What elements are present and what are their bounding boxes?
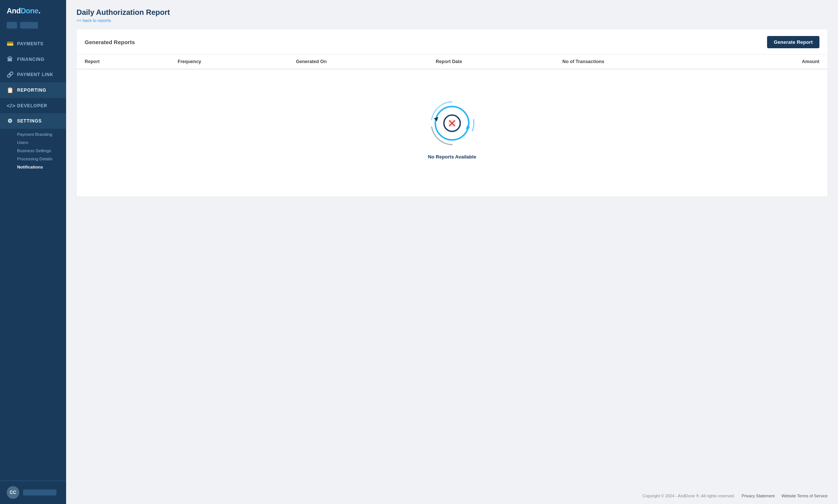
privacy-link[interactable]: Privacy Statement [741,494,774,498]
generate-report-button[interactable]: Generate Report [767,36,819,48]
table-header-row: Report Frequency Generated On Report Dat… [77,55,828,69]
logo: AndDone. [0,0,66,20]
page-header: Daily Authorization Report << back to re… [66,0,838,29]
content-card: Generated Reports Generate Report Report… [77,29,828,197]
col-report-date: Report Date [428,55,554,69]
sidebar-label-settings: SETTINGS [17,118,42,124]
page-title: Daily Authorization Report [77,8,828,17]
sidebar-label-reporting: REPORTING [17,88,46,93]
section-title: Generated Reports [85,39,135,45]
main-nav: 💳 PAYMENTS 🏛 FINANCING 🔗 PAYMENT LINK 📋 … [0,35,66,481]
table-wrapper: Report Frequency Generated On Report Dat… [77,54,828,197]
sidebar-label-payment-link: PAYMENT LINK [17,72,53,77]
empty-state: No Reports Available [77,69,828,197]
sidebar-item-notifications[interactable]: Notifications [17,163,66,171]
no-reports-icon [428,99,476,147]
col-transactions: No of Transactions [554,55,727,69]
reports-table: Report Frequency Generated On Report Dat… [77,55,828,69]
avatar: CC [7,486,19,499]
sidebar-item-processing-details[interactable]: Processing Details [17,155,66,163]
reporting-icon: 📋 [7,87,13,94]
page-footer: Copyright © 2024 - AndDone ®. All rights… [66,488,838,504]
sidebar-item-business-settings[interactable]: Business Settings [17,147,66,155]
col-frequency: Frequency [169,55,288,69]
sidebar-item-users[interactable]: Users [17,138,66,147]
sidebar-item-payment-branding[interactable]: Payment Branding [17,130,66,138]
empty-icon [428,99,476,147]
developer-icon: </> [7,102,13,109]
col-report: Report [77,55,169,69]
sidebar-item-developer[interactable]: </> DEVELOPER [0,98,66,113]
user-box-2 [20,22,38,29]
back-link[interactable]: << back to reports [77,18,111,23]
sidebar-item-settings[interactable]: ⚙ SETTINGS [0,113,66,129]
financing-icon: 🏛 [7,56,13,62]
sidebar-item-payment-link[interactable]: 🔗 PAYMENT LINK [0,67,66,82]
user-area [0,20,66,35]
main-content: Daily Authorization Report << back to re… [66,0,838,504]
footer-copyright: Copyright © 2024 - AndDone ®. All rights… [643,494,735,498]
col-generated-on: Generated On [288,55,428,69]
sidebar-item-reporting[interactable]: 📋 REPORTING [0,82,66,98]
sidebar: AndDone. 💳 PAYMENTS 🏛 FINANCING 🔗 PAYMEN… [0,0,66,504]
sidebar-label-payments: PAYMENTS [17,41,43,46]
settings-submenu: Payment Branding Users Business Settings… [0,129,66,174]
user-name-placeholder [23,490,56,495]
sidebar-item-payments[interactable]: 💳 PAYMENTS [0,36,66,52]
col-amount: Amount [727,55,828,69]
empty-state-message: No Reports Available [428,154,476,160]
user-box-1 [7,22,17,29]
sidebar-item-financing[interactable]: 🏛 FINANCING [0,52,66,67]
sidebar-footer: CC [0,481,66,504]
payments-icon: 💳 [7,40,13,47]
payment-link-icon: 🔗 [7,71,13,78]
settings-icon: ⚙ [7,118,13,124]
sidebar-label-developer: DEVELOPER [17,103,47,108]
sidebar-label-financing: FINANCING [17,57,45,62]
terms-link[interactable]: Website Terms of Service [782,494,828,498]
card-header: Generated Reports Generate Report [77,29,828,54]
